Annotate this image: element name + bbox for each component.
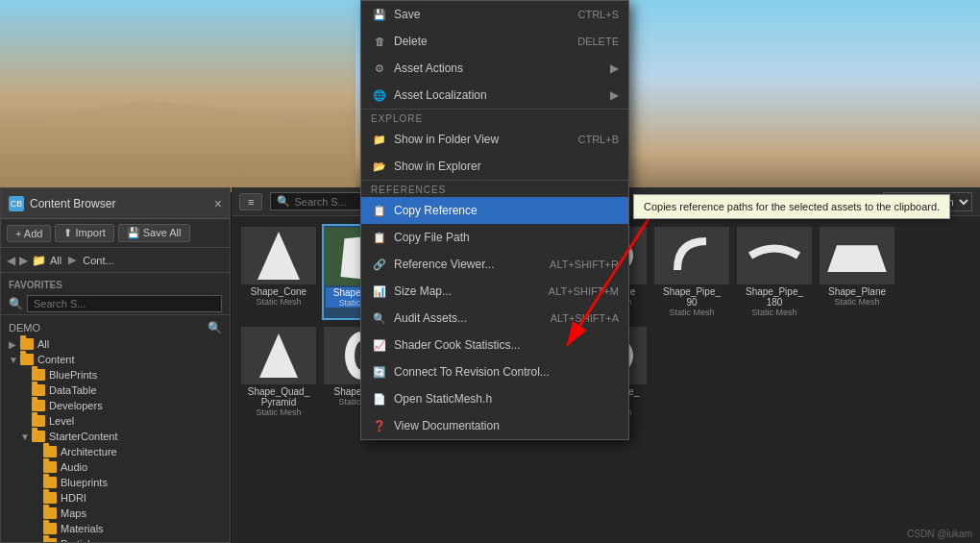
ctx-asset-localization[interactable]: 🌐 Asset Localization ▶	[361, 82, 628, 109]
tree-item-all[interactable]: ▶ All	[1, 336, 230, 352]
size-map-icon: 📊	[371, 283, 388, 300]
tooltip-box: Copies reference paths for the selected …	[633, 194, 950, 219]
asset-item-pipe180[interactable]: Shape_Pipe_180 Static Mesh	[735, 224, 814, 320]
content-browser-nav: ◀ ▶ 📁 All ▶ Cont...	[1, 248, 230, 273]
reference-viewer-icon: 🔗	[371, 256, 388, 273]
tooltip-text: Copies reference paths for the selected …	[644, 201, 940, 212]
svg-marker-0	[259, 333, 298, 378]
content-browser-title: Content Browser	[30, 197, 214, 210]
favorites-header: Favorites	[1, 277, 230, 293]
pipe180-svg	[746, 241, 803, 270]
audit-assets-icon: 🔍	[371, 309, 388, 327]
asset-label: Shape_Pipe_90	[663, 286, 721, 308]
tree-item-architecture[interactable]: Architecture	[1, 444, 230, 459]
asset-thumb-pipe180	[737, 227, 812, 284]
asset-type: Static Mesh	[751, 308, 796, 317]
plane-shape	[827, 245, 887, 272]
filter-button[interactable]: ≡	[239, 193, 262, 210]
tree-item-datatable[interactable]: DataTable	[1, 383, 230, 398]
tree-item-particles[interactable]: Particles	[1, 536, 230, 542]
tree-item-level[interactable]: Level	[1, 413, 230, 429]
asset-type: Static Mesh	[256, 407, 301, 417]
content-browser-tree: Favorites 🔍 DEMO 🔍 ▶ All ▼ Content BlueP…	[1, 273, 230, 542]
asset-actions-icon: ⚙	[371, 60, 388, 77]
tree-item-developers[interactable]: Developers	[1, 398, 230, 413]
tree-item-hdri[interactable]: HDRI	[1, 490, 230, 506]
asset-label: Shape_Cone	[251, 286, 306, 297]
content-browser-header: CB Content Browser ×	[1, 188, 230, 219]
content-browser-toolbar: + Add ⬆ Import 💾 Save All	[1, 219, 230, 248]
search-bar: 🔍	[1, 293, 230, 315]
ctx-show-explorer[interactable]: 📂 Show in Explorer	[361, 153, 628, 180]
folder-icon	[32, 431, 45, 442]
folder-icon	[43, 477, 57, 488]
tree-arrow: ▼	[20, 432, 32, 442]
delete-icon: 🗑	[371, 33, 388, 50]
tree-item-content[interactable]: ▼ Content	[1, 352, 230, 367]
tree-arrow	[32, 493, 43, 504]
asset-label: Shape_Pipe_180	[746, 286, 803, 308]
asset-label: Shape_Quad_Pyramid	[248, 386, 310, 407]
ctx-view-documentation[interactable]: ❓ View Documentation	[361, 412, 628, 439]
asset-type: Static Mesh	[669, 308, 714, 317]
folder-icon	[43, 446, 57, 457]
asset-item-pipe90[interactable]: Shape_Pipe_90 Static Mesh	[652, 224, 731, 320]
revision-control-icon: 🔄	[371, 363, 388, 381]
ctx-size-map[interactable]: 📊 Size Map... ALT+SHIFT+M	[361, 278, 628, 305]
asset-localization-icon: 🌐	[371, 86, 388, 104]
tree-arrow: ▼	[9, 355, 20, 365]
nav-cont-label[interactable]: Cont...	[83, 255, 113, 266]
tree-arrow	[20, 401, 32, 411]
folder-icon	[32, 400, 45, 411]
search-icon: 🔍	[9, 297, 23, 310]
content-browser-icon: CB	[9, 196, 24, 211]
asset-thumb-cone	[241, 227, 316, 284]
ctx-open-staticmesh[interactable]: 📄 Open StaticMesh.h	[361, 385, 628, 412]
content-browser-close-button[interactable]: ×	[214, 196, 222, 211]
ctx-show-folder[interactable]: 📁 Show in Folder View CTRL+B	[361, 126, 628, 153]
folder-icon	[43, 492, 57, 504]
folder-icon	[32, 415, 45, 427]
ctx-section-references: REFERENCES	[361, 180, 628, 197]
folder-icon	[43, 523, 57, 534]
folder-icon	[32, 369, 45, 381]
tree-item-startercontent[interactable]: ▼ StarterContent	[1, 429, 230, 444]
asset-item-quad[interactable]: Shape_Quad_Pyramid Static Mesh	[239, 324, 318, 420]
ctx-shader-cook[interactable]: 📈 Shader Cook Statistics...	[361, 332, 628, 358]
demo-section-header: DEMO 🔍	[1, 319, 230, 336]
tree-arrow	[32, 508, 43, 519]
favorites-search-input[interactable]	[27, 295, 222, 312]
folder-icon	[32, 384, 45, 396]
cone-shape	[257, 232, 300, 280]
asset-item-plane[interactable]: Shape_Plane Static Mesh	[818, 224, 896, 320]
nav-folder-button[interactable]: 📁	[32, 254, 46, 267]
ctx-reference-viewer[interactable]: 🔗 Reference Viewer... ALT+SHIFT+R	[361, 251, 628, 278]
save-icon: 💾	[371, 6, 388, 23]
tree-item-blueprints2[interactable]: Blueprints	[1, 475, 230, 490]
tree-arrow	[32, 462, 43, 473]
nav-back-button[interactable]: ◀	[7, 254, 15, 267]
folder-icon	[43, 507, 57, 519]
ctx-revision-control[interactable]: 🔄 Connect To Revision Control...	[361, 358, 628, 385]
nav-all-label[interactable]: All	[50, 255, 61, 266]
ctx-audit-assets[interactable]: 🔍 Audit Assets... ALT+SHIFT+A	[361, 305, 628, 332]
tree-item-blueprints[interactable]: BluePrints	[1, 367, 230, 383]
ctx-copy-file-path[interactable]: 📋 Copy File Path	[361, 224, 628, 251]
tree-item-maps[interactable]: Maps	[1, 506, 230, 521]
asset-item-cone[interactable]: Shape_Cone Static Mesh	[239, 224, 318, 320]
nav-forward-button[interactable]: ▶	[19, 254, 28, 267]
asset-thumb-pipe90	[654, 227, 729, 284]
tree-item-materials[interactable]: Materials	[1, 521, 230, 536]
submenu-arrow: ▶	[610, 88, 619, 102]
import-button[interactable]: ⬆ Import	[55, 224, 113, 242]
copy-filepath-icon: 📋	[371, 229, 388, 246]
ctx-copy-reference[interactable]: 📋 Copy Reference	[361, 197, 628, 224]
ctx-save[interactable]: 💾 Save CTRL+S	[361, 1, 628, 28]
add-button[interactable]: + Add	[7, 225, 51, 242]
folder-icon	[20, 354, 34, 365]
ctx-delete[interactable]: 🗑 Delete DELETE	[361, 28, 628, 55]
save-all-button[interactable]: 💾 Save All	[118, 224, 190, 242]
demo-search-icon[interactable]: 🔍	[208, 321, 222, 334]
tree-item-audio[interactable]: Audio	[1, 459, 230, 475]
ctx-asset-actions[interactable]: ⚙ Asset Actions ▶	[361, 55, 628, 82]
